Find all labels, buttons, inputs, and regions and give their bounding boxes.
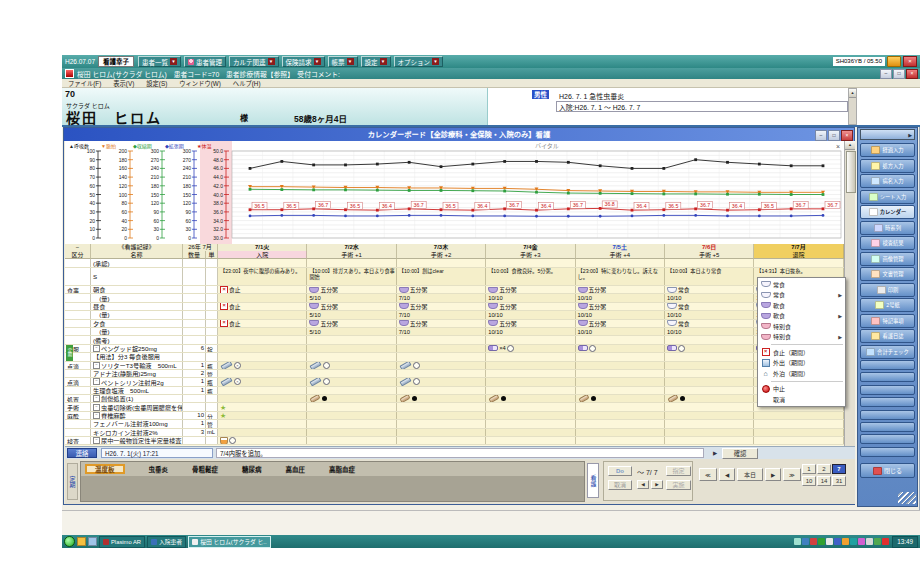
day-cell[interactable]: 【23:00】夜中に腹部の痛みあり。 <box>218 268 307 285</box>
day-cell[interactable] <box>486 437 575 444</box>
board-close-button[interactable]: × <box>841 130 853 141</box>
day-cell[interactable] <box>218 353 307 360</box>
menu-保険請求[interactable]: 保険請求▼ <box>282 56 325 67</box>
day-cell[interactable] <box>218 336 307 343</box>
day-cell[interactable] <box>486 353 575 360</box>
name-cell[interactable]: 昼食 <box>91 303 183 310</box>
name-cell[interactable]: −脊椎麻酔 <box>91 412 183 419</box>
table-collapse-cell[interactable]: − <box>65 244 91 251</box>
tray-icon[interactable] <box>850 538 857 545</box>
day-cell[interactable]: 10/10 <box>665 328 754 335</box>
nav-first-button[interactable]: ≪ <box>699 468 717 481</box>
day-cell[interactable]: 10/10 <box>665 294 754 301</box>
day-cell[interactable]: ×食止 <box>218 320 307 327</box>
sidebar-item-文書管理[interactable]: 文書管理 <box>860 267 915 281</box>
sheet-tab-高脂血症[interactable]: 高脂血症 <box>329 464 355 474</box>
day-cell[interactable] <box>218 370 307 377</box>
cancel-button[interactable]: 取消 <box>608 480 632 490</box>
day-cell[interactable]: 10/10 <box>576 328 665 335</box>
nav-today-button[interactable]: 本日 <box>737 468 763 481</box>
span-button-10[interactable]: 10 <box>802 476 816 486</box>
collapse-icon[interactable]: − <box>93 412 100 419</box>
column-event-7/4金[interactable]: 手術 +3 <box>486 251 575 259</box>
name-cell[interactable]: −ペントシリン注射用2g <box>91 378 183 385</box>
day-cell[interactable] <box>665 259 754 267</box>
resize-grip[interactable] <box>898 492 916 504</box>
column-date-7/5土[interactable]: 7/5土 <box>576 244 665 251</box>
menubar-item[interactable]: ウィンドウ(W) <box>173 79 227 88</box>
day-cell[interactable] <box>397 353 486 360</box>
day-cell[interactable] <box>576 370 665 377</box>
menu-患者一覧[interactable]: 患者一覧▼ <box>138 56 181 67</box>
day-cell[interactable] <box>576 437 665 444</box>
collapse-icon[interactable]: − <box>93 395 100 402</box>
column-date-7/7月[interactable]: 7/7月 <box>754 244 843 251</box>
day-cell[interactable] <box>665 362 754 369</box>
name-cell[interactable]: −ペングッド錠250mg <box>91 345 183 352</box>
menubar-item[interactable]: 表示(V) <box>107 79 140 88</box>
day-cell[interactable] <box>665 353 754 360</box>
day-cell[interactable] <box>754 420 843 427</box>
name-cell[interactable]: キシロカイン注射液2% <box>91 429 183 436</box>
day-cell[interactable] <box>218 387 307 394</box>
column-event-7/1火[interactable]: 入院 <box>218 251 307 259</box>
day-cell[interactable]: 五分粥 <box>397 286 486 293</box>
day-cell[interactable] <box>307 420 396 427</box>
column-event-7/5土[interactable]: 手術 +4 <box>576 251 665 259</box>
day-cell[interactable] <box>307 403 396 410</box>
sidebar-item-看護日誌[interactable]: 看護日誌 <box>860 329 915 343</box>
tray-icon[interactable] <box>842 538 849 545</box>
span-button-31[interactable]: 31 <box>832 476 846 486</box>
menu-item-特別食[interactable]: 特別食▶ <box>758 332 845 343</box>
execute-button[interactable]: 実施 <box>666 480 691 490</box>
day-cell[interactable] <box>665 387 754 394</box>
day-cell[interactable] <box>665 437 754 444</box>
day-cell[interactable] <box>307 437 396 444</box>
span-button-14[interactable]: 14 <box>817 476 831 486</box>
day-cell[interactable] <box>397 378 486 385</box>
start-icon[interactable] <box>64 536 75 547</box>
taskbar-button-桜田 ヒロム(サクラダ ヒ..[interactable]: 桜田 ヒロム(サクラダ ヒ.. <box>188 536 270 548</box>
day-cell[interactable]: 五分粥 <box>576 320 665 327</box>
name-cell[interactable]: −尿中一般物質定性半定量検査 <box>91 437 183 444</box>
confirm-button[interactable]: 確認 <box>722 448 758 459</box>
day-cell[interactable]: 【23:00】特に変わりなし。訴えなし。 <box>576 268 665 285</box>
folder-icon[interactable] <box>77 537 86 546</box>
day-cell[interactable] <box>307 336 396 343</box>
name-cell[interactable]: 朝食 <box>91 286 183 293</box>
day-cell[interactable] <box>754 259 843 267</box>
sheet-tab-高血圧[interactable]: 高血圧 <box>286 464 306 474</box>
day-cell[interactable] <box>665 395 754 402</box>
day-cell[interactable] <box>486 378 575 385</box>
day-cell[interactable]: 五分粥 <box>576 286 665 293</box>
desktop-icon[interactable] <box>88 537 97 546</box>
sidebar-item-経過入力[interactable]: 経過入力 <box>860 143 915 157</box>
day-cell[interactable]: ★ <box>218 403 307 410</box>
column-date-7/2水[interactable]: 7/2水 <box>307 244 396 251</box>
day-cell[interactable] <box>486 370 575 377</box>
day-cell[interactable]: 10/10 <box>486 328 575 335</box>
tray-icon[interactable] <box>818 538 825 545</box>
day-cell[interactable] <box>397 336 486 343</box>
designate-button[interactable]: 指定 <box>666 466 691 476</box>
scroll-up-icon[interactable]: ▲ <box>849 89 856 98</box>
day-cell[interactable] <box>486 362 575 369</box>
column-date-7/3木[interactable]: 7/3木 <box>397 244 486 251</box>
column-event-7/6日[interactable]: 手術 +5 <box>665 251 754 259</box>
sidebar-item-検査結果[interactable]: 検査結果 <box>860 236 915 250</box>
board-minimize-button[interactable]: – <box>815 130 827 141</box>
day-cell[interactable]: 5/10 <box>307 311 396 318</box>
menu-item-軟食[interactable]: 軟食 <box>758 300 845 311</box>
name-cell[interactable]: 生理食塩液 500mL <box>91 387 183 394</box>
menu-item-中止[interactable]: 中止 <box>758 384 845 395</box>
day-cell[interactable] <box>576 259 665 267</box>
menu-item-常食[interactable]: 常食▶ <box>758 290 845 301</box>
day-cell[interactable] <box>754 412 843 419</box>
column-date-7/1火[interactable]: 7/1火 <box>218 244 307 251</box>
day-cell[interactable]: 7/10 <box>397 311 486 318</box>
day-cell[interactable] <box>397 437 486 444</box>
comment-scrollbar[interactable]: ▲ <box>848 88 857 125</box>
day-cell[interactable]: 【10:00】創はclear <box>397 268 486 285</box>
column-event-7/2水[interactable]: 手術 +1 <box>307 251 396 259</box>
sheet-tab-骨粗鬆症[interactable]: 骨粗鬆症 <box>192 464 218 474</box>
